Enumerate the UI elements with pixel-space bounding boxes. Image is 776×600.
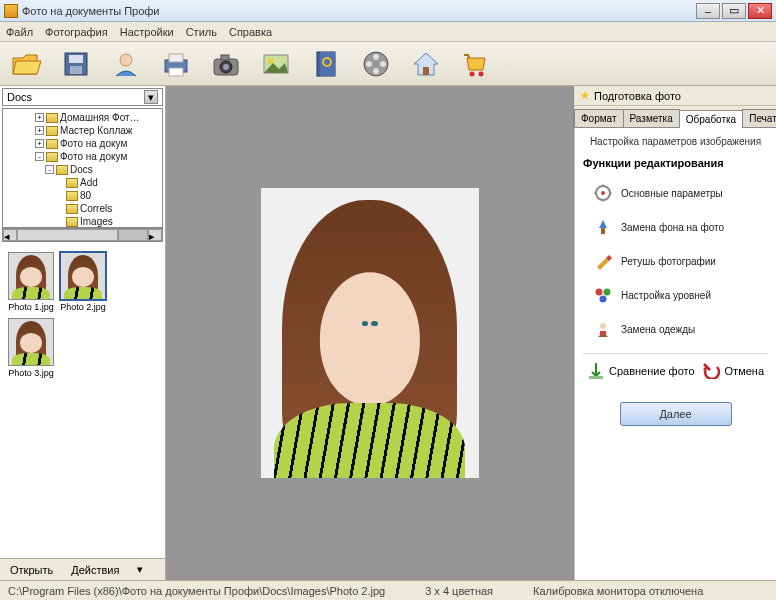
tab-bar: ФорматРазметкаОбработкаПечать xyxy=(574,106,776,128)
svg-point-3 xyxy=(120,54,132,66)
thumbnail[interactable]: Photo 1.jpg xyxy=(8,252,54,312)
svg-point-30 xyxy=(600,323,606,329)
thumbnail[interactable]: Photo 2.jpg xyxy=(60,252,106,312)
camera-icon[interactable] xyxy=(210,48,242,80)
function-4[interactable]: Замена одежды xyxy=(583,315,768,343)
status-path: C:\Program Files (x86)\Фото на документы… xyxy=(8,585,385,597)
chevron-down-icon: ▾ xyxy=(137,563,143,576)
function-1[interactable]: Замена фона на фото xyxy=(583,213,768,241)
actions-button[interactable]: Действия xyxy=(71,564,119,576)
svg-point-22 xyxy=(470,71,475,76)
undo-icon xyxy=(703,363,721,379)
right-header: Подготовка фото xyxy=(594,90,681,102)
app-icon xyxy=(4,4,18,18)
folder-combo[interactable]: Docs ▾ xyxy=(2,88,163,106)
svg-point-9 xyxy=(223,64,229,70)
menu-help[interactable]: Справка xyxy=(229,26,272,38)
section-header: Функции редактирования xyxy=(583,157,768,169)
save-icon[interactable] xyxy=(60,48,92,80)
tree-item[interactable]: +Домашняя Фот… xyxy=(5,111,160,124)
toolbar xyxy=(0,42,776,86)
tab-Формат[interactable]: Формат xyxy=(574,109,624,127)
cancel-button[interactable]: Отмена xyxy=(703,363,764,379)
left-panel: Docs ▾ +Домашняя Фот…+Мастер Коллаж+Фото… xyxy=(0,86,166,580)
folder-combo-value: Docs xyxy=(7,91,32,103)
tab-Обработка[interactable]: Обработка xyxy=(679,110,743,128)
printer-icon[interactable] xyxy=(160,48,192,80)
title-bar: Фото на документы Профи – ▭ ✕ xyxy=(0,0,776,22)
function-0[interactable]: Основные параметры xyxy=(583,179,768,207)
next-button[interactable]: Далее xyxy=(620,402,732,426)
folder-open-icon[interactable] xyxy=(10,48,42,80)
function-icon xyxy=(593,217,613,237)
tab-Разметка[interactable]: Разметка xyxy=(623,109,680,127)
svg-rect-21 xyxy=(423,67,429,75)
svg-rect-5 xyxy=(169,54,183,62)
svg-point-18 xyxy=(380,61,386,67)
svg-rect-14 xyxy=(320,52,335,76)
function-2[interactable]: Ретушь фотографии xyxy=(583,247,768,275)
minimize-button[interactable]: – xyxy=(696,3,720,19)
thumbnail-grid: Photo 1.jpgPhoto 2.jpgPhoto 3.jpg xyxy=(2,246,163,554)
menu-style[interactable]: Стиль xyxy=(186,26,217,38)
svg-point-20 xyxy=(366,61,372,67)
function-label: Замена одежды xyxy=(621,324,695,335)
svg-rect-26 xyxy=(601,228,605,234)
svg-point-17 xyxy=(373,54,379,60)
home-icon[interactable] xyxy=(410,48,442,80)
tab-body: Настройка параметров изображения Функции… xyxy=(574,128,776,580)
window-title: Фото на документы Профи xyxy=(22,5,696,17)
menu-file[interactable]: Файл xyxy=(6,26,33,38)
star-icon: ★ xyxy=(580,89,590,102)
picture-icon[interactable] xyxy=(260,48,292,80)
preview-area xyxy=(166,86,574,580)
tree-item[interactable]: Images xyxy=(5,215,160,228)
tree-item[interactable]: 80 xyxy=(5,189,160,202)
svg-rect-1 xyxy=(69,55,83,63)
thumbnail[interactable]: Photo 3.jpg xyxy=(8,318,54,378)
svg-rect-10 xyxy=(221,55,229,60)
maximize-button[interactable]: ▭ xyxy=(722,3,746,19)
svg-rect-32 xyxy=(589,376,603,379)
menu-bar: Файл Фотография Настройки Стиль Справка xyxy=(0,22,776,42)
book-icon[interactable] xyxy=(310,48,342,80)
tree-scrollbar[interactable]: ◂▸ xyxy=(2,228,163,242)
compare-icon xyxy=(587,362,605,380)
svg-point-25 xyxy=(601,191,605,195)
svg-point-12 xyxy=(268,58,274,64)
function-icon xyxy=(593,251,613,271)
content-area: Docs ▾ +Домашняя Фот…+Мастер Коллаж+Фото… xyxy=(0,86,776,580)
compare-label: Сравнение фото xyxy=(609,365,695,377)
compare-button[interactable]: Сравнение фото xyxy=(587,362,695,380)
cancel-label: Отмена xyxy=(725,365,764,377)
tree-item[interactable]: -Фото на докум xyxy=(5,150,160,163)
function-label: Настройка уровней xyxy=(621,290,711,301)
function-icon xyxy=(593,285,613,305)
close-button[interactable]: ✕ xyxy=(748,3,772,19)
tree-item[interactable]: +Фото на докум xyxy=(5,137,160,150)
right-panel: ★ Подготовка фото ФорматРазметкаОбработк… xyxy=(574,86,776,580)
function-label: Основные параметры xyxy=(621,188,723,199)
menu-settings[interactable]: Настройки xyxy=(120,26,174,38)
status-calibration: Калибровка монитора отключена xyxy=(533,585,703,597)
status-info: 3 x 4 цветная xyxy=(425,585,493,597)
svg-point-23 xyxy=(479,71,484,76)
chevron-down-icon[interactable]: ▾ xyxy=(144,90,158,104)
tree-item[interactable]: Add xyxy=(5,176,160,189)
person-icon[interactable] xyxy=(110,48,142,80)
folder-tree[interactable]: +Домашняя Фот…+Мастер Коллаж+Фото на док… xyxy=(2,108,163,228)
tab-Печать[interactable]: Печать xyxy=(742,109,776,127)
menu-photo[interactable]: Фотография xyxy=(45,26,108,38)
status-bar: C:\Program Files (x86)\Фото на документы… xyxy=(0,580,776,600)
tree-item[interactable]: -Docs xyxy=(5,163,160,176)
cart-icon[interactable] xyxy=(460,48,492,80)
function-3[interactable]: Настройка уровней xyxy=(583,281,768,309)
tree-item[interactable]: +Мастер Коллаж xyxy=(5,124,160,137)
tab-subheader: Настройка параметров изображения xyxy=(583,136,768,147)
tree-item[interactable]: Correls xyxy=(5,202,160,215)
function-label: Ретушь фотографии xyxy=(621,256,716,267)
film-reel-icon[interactable] xyxy=(360,48,392,80)
svg-point-19 xyxy=(373,68,379,74)
open-button[interactable]: Открыть xyxy=(10,564,53,576)
function-icon xyxy=(593,319,613,339)
